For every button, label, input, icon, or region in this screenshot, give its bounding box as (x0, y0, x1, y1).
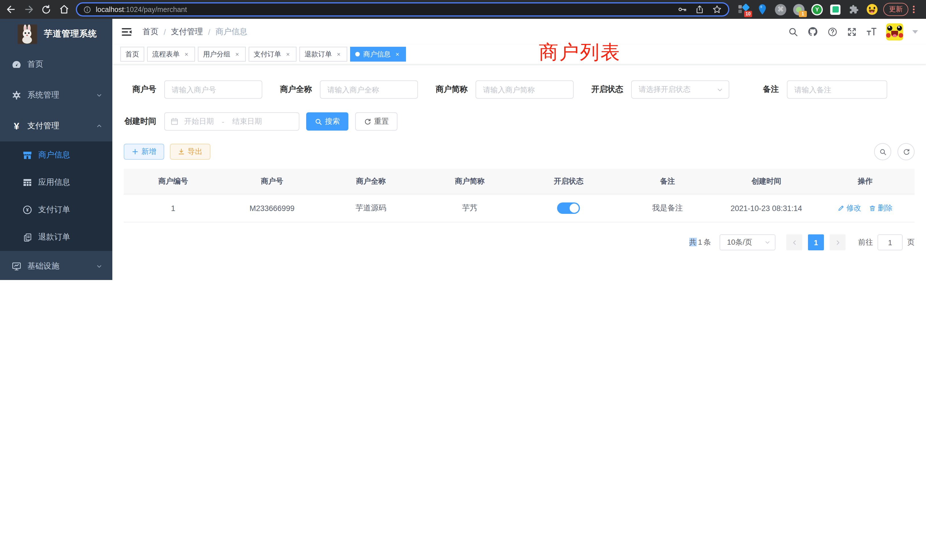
toggle-search-button[interactable] (874, 143, 891, 160)
column-header: 商户全称 (322, 176, 421, 186)
browser-home-button[interactable] (56, 2, 71, 17)
full-name-label: 商户全称 (279, 85, 312, 95)
column-header: 备注 (618, 176, 717, 186)
sidebar-item-app-info[interactable]: 应用信息 (0, 169, 112, 196)
browser-back-button[interactable] (3, 2, 18, 17)
sidebar-item-refund-order[interactable]: 退款订单 (0, 224, 112, 251)
page-size-select[interactable]: 10条/页 (720, 235, 775, 250)
full-name-input[interactable] (320, 80, 418, 98)
cell-created-at: 2021-10-23 08:31:14 (717, 204, 816, 212)
font-size-icon[interactable] (866, 27, 877, 36)
refresh-icon (902, 148, 910, 155)
page-unit-label: 页 (907, 237, 915, 248)
header-actions (788, 23, 918, 40)
sidebar-item-home[interactable]: 首页 (0, 49, 112, 80)
sidebar-collapse-button[interactable] (121, 26, 132, 37)
close-icon[interactable] (234, 51, 241, 58)
status-select[interactable]: 请选择开启状态 (631, 80, 729, 98)
active-tab-dot (355, 52, 360, 56)
extension-recorder-icon[interactable]: 1 (793, 4, 805, 15)
browser-reload-button[interactable] (39, 2, 54, 17)
avatar[interactable] (886, 23, 903, 40)
url-host: localhost (96, 5, 124, 14)
refresh-table-button[interactable] (897, 143, 915, 160)
sidebar-item-payment[interactable]: ¥ 支付管理 (0, 110, 112, 141)
prev-page-button[interactable] (786, 235, 802, 250)
extension-diamond-icon[interactable]: 10 (738, 4, 750, 15)
share-icon[interactable] (695, 5, 704, 14)
goto-label: 前往 (858, 237, 873, 248)
close-icon[interactable] (284, 51, 291, 58)
breadcrumb-separator: / (163, 27, 166, 36)
document-copy-icon (22, 232, 33, 243)
column-header: 商户简称 (420, 176, 519, 186)
goto-page-input[interactable] (878, 235, 903, 250)
tab-process-form[interactable]: 流程表单 (147, 47, 195, 62)
help-icon[interactable] (828, 27, 838, 37)
main-panel: 首页 / 支付管理 / 商户信息 (112, 19, 926, 280)
column-header: 开启状态 (519, 176, 618, 186)
monitor-icon (11, 260, 22, 272)
total-suffix: 条 (704, 238, 711, 246)
status-toggle[interactable] (557, 203, 580, 214)
github-icon[interactable] (807, 26, 818, 37)
extensions-puzzle-icon[interactable] (848, 4, 859, 15)
tab-refund-order[interactable]: 退款订单 (300, 47, 347, 62)
profile-emoji-icon[interactable] (866, 4, 878, 15)
page-annotation-title: 商户列表 (539, 39, 621, 65)
delete-link[interactable]: 删除 (869, 203, 893, 213)
create-time-range-picker[interactable]: 开始日期 - 结束日期 (164, 112, 300, 130)
sidebar-item-system[interactable]: 系统管理 (0, 80, 112, 110)
site-info-icon[interactable] (83, 5, 91, 14)
tab-home[interactable]: 首页 (120, 47, 144, 62)
address-bar[interactable]: localhost:1024/pay/merchant (76, 2, 729, 17)
breadcrumb-item[interactable]: 支付管理 (171, 27, 203, 37)
browser-menu-icon[interactable] (913, 6, 914, 13)
extension-balloon-icon[interactable] (757, 4, 768, 15)
browser-update-button[interactable]: 更新 (883, 3, 908, 16)
merchant-no-input[interactable] (164, 80, 262, 98)
bookmark-star-icon[interactable] (712, 5, 722, 14)
rabbit-logo-icon (18, 24, 37, 44)
tab-pay-order[interactable]: 支付订单 (249, 47, 297, 62)
page-number-current[interactable]: 1 (808, 235, 824, 250)
short-name-input[interactable] (475, 80, 573, 98)
extension-chat-icon[interactable] (830, 4, 841, 15)
forward-icon (23, 4, 34, 15)
tab-label: 流程表单 (152, 49, 180, 59)
browser-toolbar: localhost:1024/pay/merchant 10 ⌘ (0, 0, 926, 19)
avatar-dropdown-caret-icon[interactable] (912, 30, 918, 33)
search-icon[interactable] (788, 27, 798, 37)
close-icon[interactable] (394, 51, 401, 58)
export-button[interactable]: 导出 (170, 144, 210, 160)
hamburger-fold-icon (121, 26, 132, 37)
fullscreen-icon[interactable] (847, 27, 857, 37)
sidebar-item-infra[interactable]: 基础设施 (0, 251, 112, 280)
breadcrumb-item[interactable]: 首页 (142, 27, 159, 37)
add-button[interactable]: 新增 (124, 144, 164, 160)
sidebar-item-pay-order[interactable]: ¥ 支付订单 (0, 196, 112, 224)
reset-button[interactable]: 重置 (355, 112, 398, 130)
browser-forward-button[interactable] (21, 2, 36, 17)
sidebar-item-merchant-info[interactable]: 商户信息 (0, 141, 112, 169)
column-header: 商户编号 (124, 176, 222, 186)
breadcrumb: 首页 / 支付管理 / 商户信息 (142, 27, 247, 37)
close-icon[interactable] (335, 51, 342, 58)
edit-pencil-icon (838, 205, 845, 212)
chevron-down-icon (765, 239, 770, 245)
close-icon[interactable] (183, 51, 190, 58)
password-key-icon[interactable] (677, 5, 687, 14)
filter-row-2: 创建时间 开始日期 - 结束日期 搜索 重置 (124, 112, 915, 130)
range-separator: - (222, 117, 224, 126)
tab-merchant-info[interactable]: 商户信息 (350, 47, 406, 62)
tab-user-group[interactable]: 用户分组 (198, 47, 246, 62)
tab-label: 用户分组 (203, 49, 230, 59)
remark-input[interactable] (787, 80, 887, 98)
app-logo[interactable]: 芋道管理系统 (0, 19, 112, 49)
extension-y-icon[interactable]: Y (811, 4, 823, 15)
edit-link[interactable]: 修改 (838, 203, 861, 213)
next-page-button[interactable] (830, 235, 846, 250)
extension-command-icon[interactable]: ⌘ (775, 4, 786, 15)
tags-view-bar: 首页 流程表单 用户分组 支付订单 退款订单 商户信息 (112, 44, 926, 64)
search-button[interactable]: 搜索 (306, 112, 348, 130)
